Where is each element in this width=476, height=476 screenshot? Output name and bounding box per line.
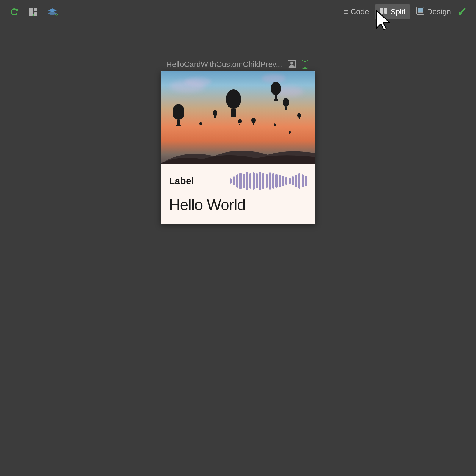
card-label-row: Label xyxy=(169,172,307,190)
balloon-tiny-3 xyxy=(289,131,291,134)
waveform-bar xyxy=(243,174,245,188)
waveform-bar xyxy=(279,175,281,187)
balloon-scene xyxy=(161,71,315,164)
card-image xyxy=(161,71,315,164)
toolbar-left xyxy=(9,7,58,17)
layout-icon[interactable] xyxy=(28,7,39,17)
waveform-bar xyxy=(302,174,304,187)
person-portrait-icon[interactable] xyxy=(287,60,297,69)
svg-rect-6 xyxy=(380,8,383,14)
waveform-bar xyxy=(246,172,248,190)
phone-portrait-icon[interactable] xyxy=(300,60,310,69)
balloon-right-upper xyxy=(271,82,281,101)
balloon-large-center xyxy=(226,89,241,117)
waveform-bar xyxy=(275,174,278,188)
svg-rect-11 xyxy=(420,12,423,13)
svg-rect-9 xyxy=(418,8,423,12)
svg-point-14 xyxy=(290,62,293,65)
code-view-button[interactable]: ≡ Code xyxy=(339,5,374,19)
waveform-bar xyxy=(269,172,271,190)
waveform-bar xyxy=(236,174,238,188)
confirm-icon[interactable]: ✓ xyxy=(457,5,467,19)
waveform-bar xyxy=(256,173,258,188)
balloon-small-2 xyxy=(251,118,256,125)
card-label: Label xyxy=(169,176,194,187)
svg-rect-2 xyxy=(34,12,37,16)
balloon-small-4 xyxy=(298,113,301,119)
card-title: Hello World xyxy=(169,196,307,214)
waveform-bar xyxy=(259,172,261,190)
balloon-tiny-1 xyxy=(199,122,202,125)
waveform-bar xyxy=(249,173,251,189)
balloon-right-lower xyxy=(283,98,289,110)
code-icon: ≡ xyxy=(343,7,348,17)
waveform-bar xyxy=(289,178,291,184)
waveform-bar xyxy=(305,176,307,186)
balloon-left xyxy=(173,104,184,126)
waveform-bar xyxy=(230,178,232,184)
layers-icon[interactable] xyxy=(47,7,58,17)
waveform-bar xyxy=(262,173,264,189)
split-icon xyxy=(380,7,388,17)
waveform-bar xyxy=(253,172,255,190)
svg-rect-0 xyxy=(29,8,33,16)
svg-rect-7 xyxy=(384,8,387,14)
waveform-bar xyxy=(295,175,297,187)
waveform xyxy=(230,172,307,190)
component-label-text: HelloCardWithCustomChildPrev... xyxy=(166,60,282,69)
waveform-bar xyxy=(233,176,235,185)
design-label: Design xyxy=(427,7,451,16)
balloon-tiny-2 xyxy=(274,123,276,126)
design-icon xyxy=(416,7,425,17)
waveform-bar xyxy=(298,173,300,189)
waveform-bar xyxy=(292,176,294,185)
refresh-icon[interactable] xyxy=(9,7,20,17)
hills-svg xyxy=(161,140,315,164)
card-wrapper: Label Hello World xyxy=(161,71,315,224)
svg-point-17 xyxy=(304,67,306,68)
balloon-small-3 xyxy=(238,119,242,125)
split-label: Split xyxy=(390,7,405,16)
waveform-bar xyxy=(282,176,284,186)
waveform-bar xyxy=(266,174,268,188)
component-label-icons xyxy=(287,60,310,69)
toolbar: ≡ Code Split Design xyxy=(0,0,476,24)
svg-rect-10 xyxy=(418,12,420,13)
component-label-bar: HelloCardWithCustomChildPrev... xyxy=(166,60,310,69)
cloud-4 xyxy=(262,74,286,83)
view-mode-group: ≡ Code Split Design xyxy=(339,4,467,19)
preview-area: HelloCardWithCustomChildPrev... xyxy=(0,24,476,476)
waveform-bar xyxy=(239,173,242,189)
design-view-button[interactable]: Design xyxy=(411,4,456,19)
split-view-button[interactable]: Split xyxy=(375,4,410,19)
cloud-2 xyxy=(184,77,211,86)
card-content: Label Hello World xyxy=(161,164,315,224)
waveform-bar xyxy=(285,177,287,185)
svg-rect-1 xyxy=(34,8,37,11)
balloon-small-1 xyxy=(213,110,217,118)
waveform-bar xyxy=(272,173,274,189)
code-label: Code xyxy=(350,7,369,16)
